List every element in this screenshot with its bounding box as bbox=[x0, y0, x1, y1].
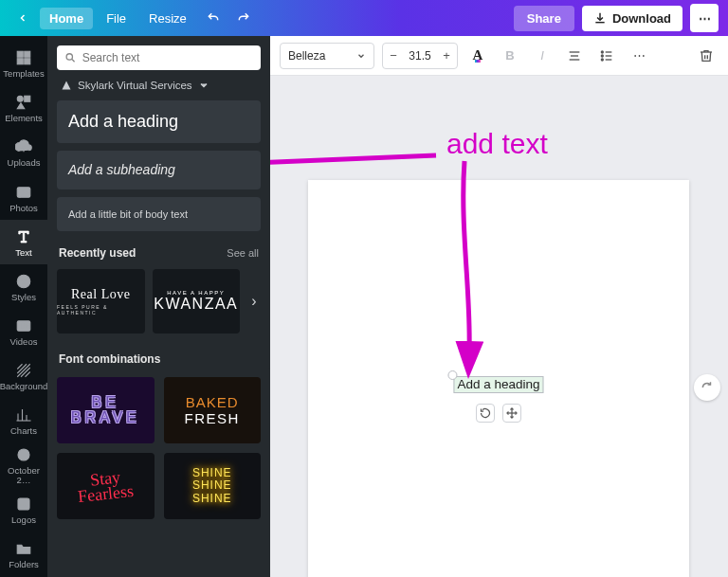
svg-point-22 bbox=[601, 51, 603, 53]
add-heading-button[interactable]: Add a heading bbox=[57, 100, 261, 143]
download-icon bbox=[593, 11, 607, 25]
charts-icon bbox=[15, 406, 32, 424]
svg-rect-0 bbox=[17, 52, 23, 58]
svg-point-10 bbox=[25, 278, 27, 279]
bold-button[interactable]: B bbox=[498, 43, 522, 69]
card-title: KWANZAA bbox=[154, 296, 238, 313]
selection-controls bbox=[476, 404, 521, 423]
italic-icon: I bbox=[540, 48, 544, 63]
list-icon bbox=[599, 48, 614, 63]
more-icon: ⋯ bbox=[699, 11, 711, 26]
rail-logos-label: Logos bbox=[11, 515, 36, 525]
redo-button[interactable] bbox=[230, 5, 257, 31]
rail-uploads[interactable]: Uploads bbox=[0, 131, 47, 175]
rail-uploads-label: Uploads bbox=[8, 158, 41, 168]
svg-point-17 bbox=[66, 54, 72, 60]
combo-shine[interactable]: SHINE SHINE SHINE bbox=[164, 453, 262, 519]
italic-button[interactable]: I bbox=[530, 43, 555, 69]
font-size-decrease[interactable]: − bbox=[383, 48, 404, 63]
add-subheading-button[interactable]: Add a subheading bbox=[57, 151, 261, 189]
combo-baked-fresh[interactable]: BAKED FRESH bbox=[164, 377, 262, 443]
rail-folders-label: Folders bbox=[9, 560, 39, 569]
page-refresh-button[interactable] bbox=[694, 374, 720, 401]
recent-next-button[interactable]: › bbox=[247, 293, 261, 310]
brand-label: Skylark Virtual Services bbox=[78, 80, 192, 91]
add-body-label: Add a little bit of body text bbox=[68, 208, 188, 220]
home-button[interactable]: Home bbox=[40, 8, 93, 29]
file-menu[interactable]: File bbox=[97, 8, 136, 29]
rail-styles[interactable]: Styles bbox=[0, 264, 47, 309]
rail-elements[interactable]: Elements bbox=[0, 86, 47, 131]
card-title: Real Love bbox=[71, 287, 130, 302]
rail-text-label: Text bbox=[15, 248, 31, 258]
back-button[interactable] bbox=[9, 5, 36, 31]
more-icon: ⋯ bbox=[633, 48, 646, 63]
list-button[interactable] bbox=[594, 43, 619, 69]
combo-line1: BE bbox=[92, 395, 119, 410]
svg-point-9 bbox=[21, 278, 23, 279]
svg-line-28 bbox=[270, 155, 436, 164]
top-bar: Home File Resize Share Download ⋯ bbox=[0, 0, 728, 36]
rail-logos[interactable]: co. Logos bbox=[0, 488, 47, 532]
align-button[interactable] bbox=[562, 43, 587, 69]
resize-menu[interactable]: Resize bbox=[139, 8, 196, 29]
chevron-right-icon: › bbox=[251, 293, 256, 310]
photos-icon bbox=[15, 184, 32, 201]
font-family-select[interactable]: Belleza bbox=[280, 43, 374, 69]
rail-videos[interactable]: Videos bbox=[0, 309, 47, 353]
font-size-increase[interactable]: + bbox=[436, 48, 457, 63]
search-box[interactable] bbox=[57, 45, 261, 70]
svg-point-24 bbox=[601, 55, 603, 57]
rail-folders[interactable]: Folders bbox=[0, 532, 47, 577]
rail-templates[interactable]: Templates bbox=[0, 42, 47, 86]
see-all-link[interactable]: See all bbox=[227, 247, 259, 259]
rail-photos-label: Photos bbox=[9, 204, 38, 213]
combo-line2: Fearless bbox=[77, 483, 134, 504]
recent-item-kwanzaa[interactable]: HAVE A HAPPY KWANZAA bbox=[153, 269, 241, 334]
share-button[interactable]: Share bbox=[514, 6, 574, 31]
recent-item-real-love[interactable]: Real Love FEELS PURE & AUTHENTIC bbox=[57, 269, 145, 334]
redo-icon bbox=[237, 11, 250, 25]
text-color-icon: A bbox=[473, 47, 483, 63]
undo-button[interactable] bbox=[200, 5, 227, 31]
combo-stay-fearless[interactable]: Stay Fearless bbox=[57, 453, 155, 519]
rotate-handle[interactable] bbox=[476, 404, 495, 423]
rail-october[interactable]: October 2… bbox=[0, 443, 47, 488]
stage[interactable]: Add a heading add text bbox=[270, 76, 728, 577]
resize-label: Resize bbox=[149, 11, 187, 26]
rail-charts[interactable]: Charts bbox=[0, 399, 47, 443]
align-icon bbox=[567, 48, 582, 63]
font-size-value[interactable]: 31.5 bbox=[404, 49, 436, 63]
svg-point-4 bbox=[17, 97, 23, 102]
search-input[interactable] bbox=[82, 51, 253, 64]
add-body-text-button[interactable]: Add a little bit of body text bbox=[57, 197, 261, 231]
combo-be-brave[interactable]: BE BRAVE bbox=[57, 377, 155, 443]
file-label: File bbox=[106, 11, 126, 26]
move-handle[interactable] bbox=[502, 404, 521, 423]
annotation-arrow-left bbox=[270, 133, 441, 180]
svg-rect-1 bbox=[25, 52, 30, 58]
templates-icon bbox=[15, 49, 32, 66]
more-text-options[interactable]: ⋯ bbox=[627, 43, 651, 69]
brand-selector[interactable]: Skylark Virtual Services bbox=[47, 80, 270, 91]
rail-text[interactable]: Text bbox=[0, 220, 47, 264]
download-button[interactable]: Download bbox=[582, 6, 682, 31]
elements-icon bbox=[15, 94, 32, 111]
svg-rect-3 bbox=[25, 59, 30, 64]
combo-line2: BRAVE bbox=[71, 410, 140, 425]
delete-button[interactable] bbox=[694, 43, 719, 69]
svg-point-8 bbox=[17, 275, 30, 288]
svg-point-11 bbox=[23, 282, 25, 284]
svg-rect-5 bbox=[25, 97, 30, 102]
more-button[interactable]: ⋯ bbox=[690, 4, 719, 32]
text-color-button[interactable]: A bbox=[465, 43, 490, 69]
rail-photos[interactable]: Photos bbox=[0, 175, 47, 220]
font-family-value: Belleza bbox=[288, 49, 325, 63]
add-heading-label: Add a heading bbox=[68, 112, 178, 131]
rail-background[interactable]: Background bbox=[0, 354, 47, 399]
styles-icon bbox=[15, 273, 32, 290]
rail-videos-label: Videos bbox=[10, 337, 38, 347]
svg-line-18 bbox=[72, 60, 75, 63]
selected-text-element[interactable]: Add a heading bbox=[453, 376, 543, 393]
videos-icon bbox=[15, 317, 32, 334]
